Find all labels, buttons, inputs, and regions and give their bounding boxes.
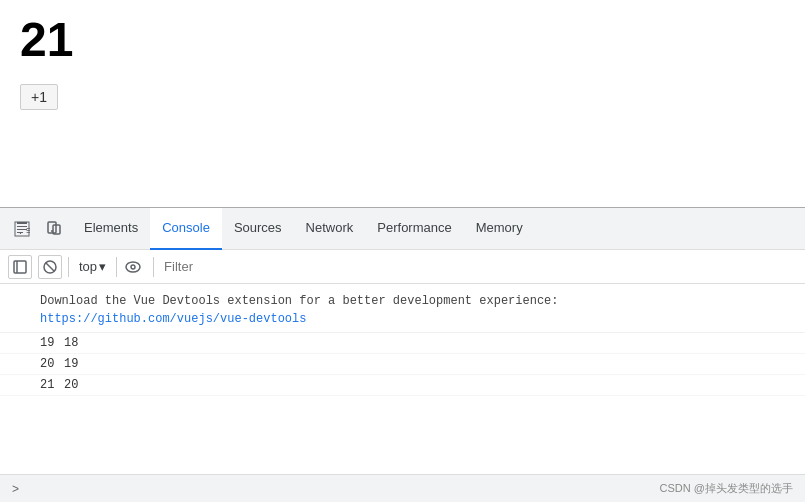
log-line-3: 21 20 <box>0 375 805 396</box>
tab-network[interactable]: Network <box>294 208 366 250</box>
console-message-devtools: Download the Vue Devtools extension for … <box>0 288 805 333</box>
svg-point-10 <box>131 265 135 269</box>
svg-point-9 <box>126 262 140 272</box>
devtools-panel: ⋮≡ Elements Console Sources Network Perf… <box>0 207 805 502</box>
toolbar-divider <box>68 257 69 277</box>
devtools-toolbar: top ▾ <box>0 250 805 284</box>
svg-text:⋮≡: ⋮≡ <box>15 224 30 236</box>
page-content: 21 +1 <box>0 0 805 210</box>
devtools-link[interactable]: https://github.com/vuejs/vue-devtools <box>40 312 306 326</box>
svg-line-8 <box>46 263 54 271</box>
eye-icon[interactable] <box>123 253 143 281</box>
tab-elements[interactable]: Elements <box>72 208 150 250</box>
svg-rect-5 <box>14 261 26 273</box>
filter-input[interactable] <box>160 259 797 274</box>
inspect-icon[interactable]: ⋮≡ <box>8 215 36 243</box>
counter-value: 21 <box>20 16 785 64</box>
devtools-tabbar: ⋮≡ Elements Console Sources Network Perf… <box>0 208 805 250</box>
log-line-1: 19 18 <box>0 333 805 354</box>
devtools-bottom-bar: > CSDN @掉头发类型的选手 <box>0 474 805 502</box>
sidebar-toggle-button[interactable] <box>8 255 32 279</box>
console-prompt-icon[interactable]: > <box>12 482 19 496</box>
tab-performance[interactable]: Performance <box>365 208 463 250</box>
tab-sources[interactable]: Sources <box>222 208 294 250</box>
context-selector[interactable]: top ▾ <box>75 257 110 276</box>
log-line-2: 20 19 <box>0 354 805 375</box>
device-icon[interactable] <box>40 215 68 243</box>
chevron-down-icon: ▾ <box>99 259 106 274</box>
increment-button[interactable]: +1 <box>20 84 58 110</box>
toolbar-divider-2 <box>116 257 117 277</box>
console-output: Download the Vue Devtools extension for … <box>0 284 805 474</box>
tab-console[interactable]: Console <box>150 208 222 250</box>
toolbar-divider-3 <box>153 257 154 277</box>
watermark-text: CSDN @掉头发类型的选手 <box>660 481 793 496</box>
clear-console-button[interactable] <box>38 255 62 279</box>
tab-memory[interactable]: Memory <box>464 208 535 250</box>
